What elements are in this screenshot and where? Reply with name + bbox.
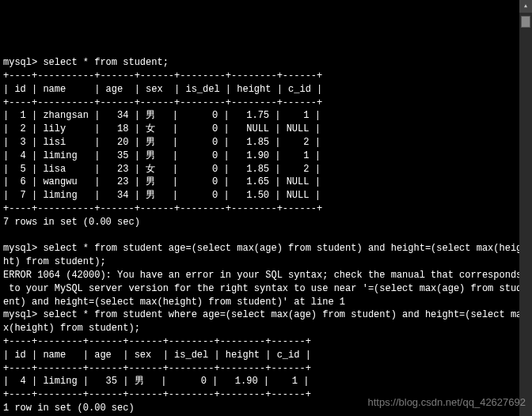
scroll-arrow-up-icon[interactable]: ▴	[519, 0, 532, 13]
result-footer: 7 rows in set (0.00 sec)	[3, 217, 140, 228]
sql-prompt-3-cont: x(height) from student);	[3, 323, 140, 334]
scroll-thumb[interactable]	[521, 16, 530, 28]
table-row: | 4 | liming | 35 | 男 | 0 | 1.90 | 1 |	[3, 150, 321, 161]
table-row: | 3 | lisi | 20 | 男 | 0 | 1.85 | 2 |	[3, 137, 321, 148]
watermark: https://blog.csdn.net/qq_42627692	[368, 395, 526, 410]
result-footer: 1 row in set (0.00 sec)	[3, 403, 135, 414]
table-header: | id | name | age | sex | is_del | heigh…	[3, 350, 311, 361]
table-row: | 4 | liming | 35 | 男 | 0 | 1.90 | 1 |	[3, 376, 309, 387]
table-border: +----+--------+------+------+--------+--…	[3, 389, 311, 400]
table-border: +----+--------+------+------+--------+--…	[3, 363, 311, 374]
table-header: | id | name | age | sex | is_del | heigh…	[3, 84, 322, 95]
table-border: +----+--------+------+------+--------+--…	[3, 336, 311, 347]
scrollbar[interactable]: ▴	[519, 0, 532, 416]
table-row: | 5 | lisa | 23 | 女 | 0 | 1.85 | 2 |	[3, 164, 321, 175]
table-border: +----+----------+------+------+--------+…	[3, 70, 322, 81]
error-line: ERROR 1064 (42000): You have an error in…	[3, 270, 522, 281]
table-row: | 6 | wangwu | 23 | 男 | 0 | 1.65 | NULL …	[3, 176, 321, 187]
table-row: | 1 | zhangsan | 34 | 男 | 0 | 1.75 | 1 |	[3, 110, 321, 121]
table-row: | 2 | lily | 18 | 女 | 0 | NULL | NULL |	[3, 123, 321, 134]
sql-prompt-1: mysql> select * from student;	[3, 57, 169, 68]
error-line: to your MySQL server version for the rig…	[3, 283, 522, 294]
sql-prompt-3: mysql> select * from student where age=(…	[3, 309, 522, 320]
sql-prompt-2-cont: ht) from student);	[3, 256, 106, 267]
error-line: ent) and height=(select max(height) from…	[3, 297, 345, 308]
table-row: | 7 | liming | 34 | 男 | 0 | 1.50 | NULL …	[3, 190, 321, 201]
sql-prompt-2: mysql> select * from student age=(select…	[3, 243, 522, 254]
table-border: +----+----------+------+------+--------+…	[3, 97, 322, 108]
terminal-output: mysql> select * from student; +----+----…	[3, 56, 529, 416]
table-border: +----+----------+------+------+--------+…	[3, 203, 322, 214]
